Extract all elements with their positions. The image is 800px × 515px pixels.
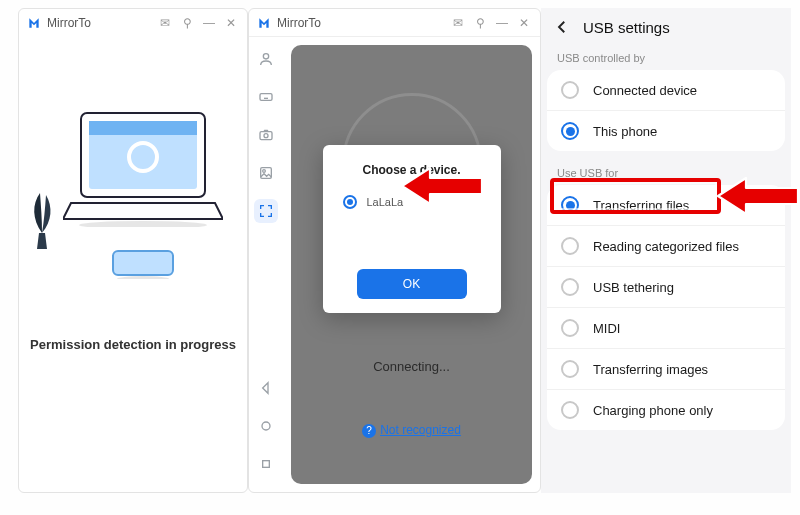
choose-device-modal: Choose a device. LaLaLa OK xyxy=(323,145,501,313)
close-icon[interactable]: ✕ xyxy=(223,15,239,31)
svg-point-6 xyxy=(117,276,169,279)
modal-title: Choose a device. xyxy=(337,163,487,177)
svg-point-13 xyxy=(262,422,270,430)
group-controlled-by: Connected device This phone xyxy=(547,70,785,151)
android-usb-settings: USB settings USB controlled by Connected… xyxy=(541,8,791,493)
pin-icon[interactable]: ⚲ xyxy=(472,15,488,31)
mirrorto-window-1: MirrorTo ✉ ⚲ — ✕ xyxy=(18,8,248,493)
expand-icon[interactable] xyxy=(254,199,278,223)
option-connected-device[interactable]: Connected device xyxy=(547,70,785,110)
mirrorto-window-2: MirrorTo ✉ ⚲ — ✕ xyxy=(248,8,541,493)
not-recognized-link[interactable]: ?Not recognized xyxy=(291,423,532,438)
inbox-icon[interactable]: ✉ xyxy=(157,15,173,31)
tablet-icon xyxy=(111,249,175,279)
settings-header: USB settings xyxy=(541,8,791,46)
svg-rect-5 xyxy=(113,251,173,275)
help-icon: ? xyxy=(362,424,376,438)
svg-point-7 xyxy=(263,54,268,59)
nav-home-icon[interactable] xyxy=(254,414,278,438)
svg-point-12 xyxy=(263,170,266,173)
phone-preview: Connecting... ?Not recognized Choose a d… xyxy=(283,37,540,492)
group-label-use-usb-for: Use USB for xyxy=(541,161,791,185)
svg-rect-8 xyxy=(260,94,272,101)
illustration xyxy=(33,97,233,267)
option-label: Transferring files xyxy=(593,198,689,213)
minimize-icon[interactable]: — xyxy=(201,15,217,31)
radio-icon xyxy=(561,401,579,419)
close-icon[interactable]: ✕ xyxy=(516,15,532,31)
group-label-controlled-by: USB controlled by xyxy=(541,46,791,70)
option-transferring-images[interactable]: Transferring images xyxy=(547,348,785,389)
app-name: MirrorTo xyxy=(277,16,444,30)
option-label: Reading categorized files xyxy=(593,239,739,254)
titlebar: MirrorTo ✉ ⚲ — ✕ xyxy=(249,9,540,37)
settings-title: USB settings xyxy=(583,19,670,36)
radio-icon xyxy=(561,360,579,378)
connecting-text: Connecting... xyxy=(291,359,532,374)
radio-icon xyxy=(561,122,579,140)
photo-icon[interactable] xyxy=(254,161,278,185)
inbox-icon[interactable]: ✉ xyxy=(450,15,466,31)
option-transferring-files[interactable]: Transferring files xyxy=(547,185,785,225)
svg-rect-2 xyxy=(89,121,197,135)
option-midi[interactable]: MIDI xyxy=(547,307,785,348)
option-this-phone[interactable]: This phone xyxy=(547,110,785,151)
group-use-usb-for: Transferring files Reading categorized f… xyxy=(547,185,785,430)
radio-icon xyxy=(561,196,579,214)
device-option[interactable]: LaLaLa xyxy=(337,195,487,209)
option-reading-categorized-files[interactable]: Reading categorized files xyxy=(547,225,785,266)
option-label: Charging phone only xyxy=(593,403,713,418)
option-usb-tethering[interactable]: USB tethering xyxy=(547,266,785,307)
user-icon[interactable] xyxy=(254,47,278,71)
radio-icon xyxy=(343,195,357,209)
option-label: This phone xyxy=(593,124,657,139)
option-label: MIDI xyxy=(593,321,620,336)
pin-icon[interactable]: ⚲ xyxy=(179,15,195,31)
laptop-icon xyxy=(63,107,223,227)
ok-button[interactable]: OK xyxy=(357,269,467,299)
app-name: MirrorTo xyxy=(47,16,151,30)
radio-icon xyxy=(561,278,579,296)
minimize-icon[interactable]: — xyxy=(494,15,510,31)
tool-sidebar xyxy=(249,37,283,492)
back-icon[interactable] xyxy=(553,18,571,36)
svg-rect-11 xyxy=(261,168,272,179)
option-charging-phone-only[interactable]: Charging phone only xyxy=(547,389,785,430)
plant-icon xyxy=(27,189,57,249)
svg-point-10 xyxy=(264,134,268,138)
status-text: Permission detection in progress xyxy=(19,337,247,352)
svg-point-4 xyxy=(79,221,207,227)
option-label: Transferring images xyxy=(593,362,708,377)
radio-icon xyxy=(561,319,579,337)
camera-icon[interactable] xyxy=(254,123,278,147)
titlebar: MirrorTo ✉ ⚲ — ✕ xyxy=(19,9,247,37)
device-name: LaLaLa xyxy=(367,196,404,208)
keyboard-icon[interactable] xyxy=(254,85,278,109)
option-label: Connected device xyxy=(593,83,697,98)
option-label: USB tethering xyxy=(593,280,674,295)
nav-back-icon[interactable] xyxy=(254,376,278,400)
radio-icon xyxy=(561,81,579,99)
radio-icon xyxy=(561,237,579,255)
svg-rect-9 xyxy=(260,132,272,140)
nav-recent-icon[interactable] xyxy=(254,452,278,476)
app-logo-icon xyxy=(257,16,271,30)
app-logo-icon xyxy=(27,16,41,30)
svg-rect-14 xyxy=(263,461,270,468)
